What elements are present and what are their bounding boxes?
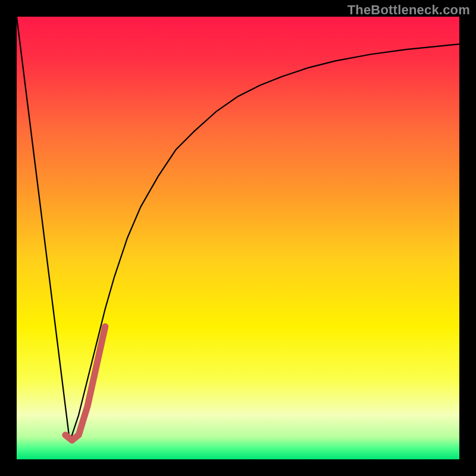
watermark-text: TheBottleneck.com xyxy=(347,2,470,18)
curve-marker-hook xyxy=(65,327,105,440)
curve-left-line xyxy=(17,17,70,441)
chart-plot-area xyxy=(17,17,459,459)
chart-curves-layer xyxy=(17,17,459,459)
curve-right-arc xyxy=(70,44,459,441)
chart-frame: TheBottleneck.com xyxy=(0,0,476,476)
